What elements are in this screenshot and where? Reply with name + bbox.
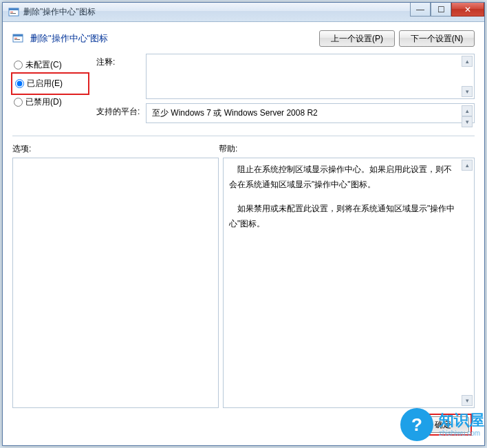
platform-value-box: 至少 Windows 7 或 Windows Server 2008 R2 ▴▾ <box>146 103 475 123</box>
options-pane <box>12 158 219 408</box>
scroll-up-icon[interactable]: ▴ <box>462 160 473 171</box>
radio-enabled-label[interactable]: 已启用(E) <box>27 78 63 89</box>
help-scrollbar[interactable]: ▴▾ <box>462 160 473 406</box>
help-pane: 阻止在系统控制区域显示操作中心。如果启用此设置，则不会在系统通知区域显示"操作中… <box>223 158 475 408</box>
scroll-down-icon[interactable]: ▾ <box>462 116 473 127</box>
client-area: 删除"操作中心"图标 上一个设置(P) 下一个设置(N) 未配置(C) 已启用(… <box>3 22 484 445</box>
comment-row: 注释: ▴▾ <box>96 54 475 99</box>
watermark-en: zhishiwu.com <box>439 429 484 438</box>
radio-not-configured[interactable] <box>14 61 23 70</box>
app-icon <box>8 7 19 18</box>
window-title: 删除"操作中心"图标 <box>23 6 96 18</box>
settings-section: 未配置(C) 已启用(E) 已禁用(D) 注释: ▴▾ <box>12 54 475 127</box>
scroll-down-icon[interactable]: ▾ <box>462 395 473 406</box>
scroll-up-icon[interactable]: ▴ <box>462 105 473 116</box>
watermark: ? 知识屋 zhishiwu.com <box>400 408 484 441</box>
platform-label: 支持的平台: <box>96 103 146 123</box>
radio-disabled[interactable] <box>14 98 23 107</box>
next-setting-button[interactable]: 下一个设置(N) <box>399 30 475 47</box>
radio-enabled-row: 已启用(E) <box>14 75 87 92</box>
comment-scrollbar[interactable]: ▴▾ <box>462 56 473 97</box>
radio-not-configured-row: 未配置(C) <box>12 56 88 74</box>
svg-rect-2 <box>10 12 13 12</box>
svg-rect-6 <box>14 38 17 39</box>
help-paragraph-1: 阻止在系统控制区域显示操作中心。如果启用此设置，则不会在系统通知区域显示"操作中… <box>229 162 459 192</box>
help-paragraph-2: 如果禁用或未配置此设置，则将在系统通知区域显示"操作中心"图标。 <box>229 202 459 231</box>
page-title: 删除"操作中心"图标 <box>30 32 312 45</box>
dialog-window: 删除"操作中心"图标 — ☐ ✕ 删除"操作中心"图标 上一个设置(P) 下一个… <box>2 2 485 446</box>
platform-scrollbar[interactable]: ▴▾ <box>462 105 473 121</box>
svg-rect-5 <box>13 34 23 36</box>
svg-rect-3 <box>10 13 16 14</box>
comment-textbox[interactable]: ▴▾ <box>146 54 475 99</box>
prev-setting-button[interactable]: 上一个设置(P) <box>319 30 395 47</box>
watermark-cn: 知识屋 <box>439 412 484 429</box>
maximize-button[interactable]: ☐ <box>431 3 451 17</box>
enabled-highlight: 已启用(E) <box>11 72 89 95</box>
platform-row: 支持的平台: 至少 Windows 7 或 Windows Server 200… <box>96 103 475 123</box>
radio-disabled-row: 已禁用(D) <box>12 94 88 111</box>
titlebar: 删除"操作中心"图标 — ☐ ✕ <box>3 3 484 22</box>
window-controls: — ☐ ✕ <box>410 3 484 17</box>
watermark-text: 知识屋 zhishiwu.com <box>439 412 484 438</box>
svg-rect-1 <box>9 8 19 10</box>
help-label: 帮助: <box>219 143 475 155</box>
header-row: 删除"操作中心"图标 上一个设置(P) 下一个设置(N) <box>12 30 475 47</box>
svg-rect-7 <box>14 39 20 40</box>
pane-labels: 选项: 帮助: <box>12 143 475 155</box>
panes: 阻止在系统控制区域显示操作中心。如果启用此设置，则不会在系统通知区域显示"操作中… <box>12 158 475 408</box>
options-label: 选项: <box>12 143 219 155</box>
state-radio-group: 未配置(C) 已启用(E) 已禁用(D) <box>12 54 88 127</box>
radio-enabled[interactable] <box>15 79 24 88</box>
radio-disabled-label[interactable]: 已禁用(D) <box>25 96 62 108</box>
platform-value: 至少 Windows 7 或 Windows Server 2008 R2 <box>152 108 318 118</box>
info-column: 注释: ▴▾ 支持的平台: 至少 Windows 7 或 Windows Ser… <box>96 54 475 127</box>
minimize-button[interactable]: — <box>410 3 431 17</box>
comment-label: 注释: <box>96 54 146 99</box>
scroll-down-icon[interactable]: ▾ <box>462 86 473 97</box>
divider <box>12 136 475 136</box>
close-button[interactable]: ✕ <box>451 3 484 17</box>
radio-not-configured-label[interactable]: 未配置(C) <box>25 59 62 71</box>
watermark-icon: ? <box>400 408 433 441</box>
policy-icon <box>12 33 23 44</box>
nav-buttons: 上一个设置(P) 下一个设置(N) <box>319 30 475 47</box>
scroll-up-icon[interactable]: ▴ <box>462 56 473 67</box>
